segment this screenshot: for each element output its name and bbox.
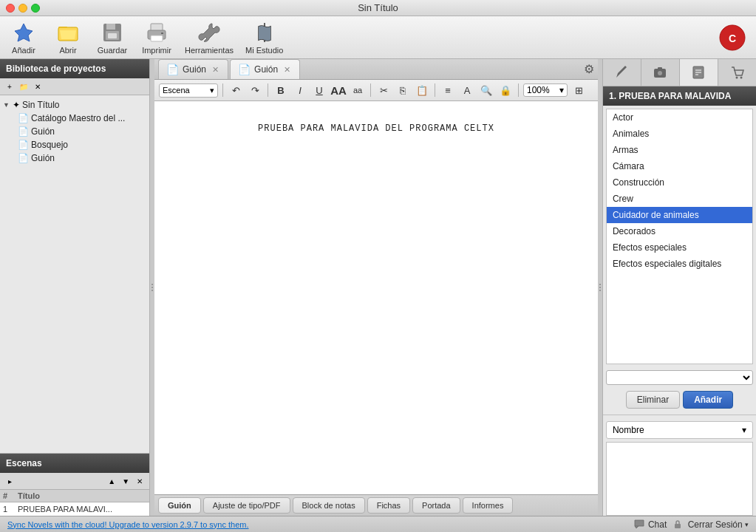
tools-toolbar-item[interactable]: Herramientas [185, 21, 234, 55]
bold-btn[interactable]: B [273, 82, 289, 98]
tools-icon [197, 21, 221, 44]
rp-item-efectos-digitales[interactable]: Efectos especiales digitales [607, 256, 752, 272]
scenes-remove-btn[interactable]: ✕ [134, 475, 146, 487]
sidebar-remove-btn[interactable]: ✕ [32, 81, 44, 92]
tree-subtree: 📄 Catálogo Maestro del ... 📄 Guión 📄 Bos… [0, 112, 149, 165]
sidebar-folder-btn[interactable]: 📁 [18, 81, 30, 92]
font-size-large-btn[interactable]: AA [330, 82, 347, 98]
maximize-button[interactable] [31, 4, 40, 13]
tree-item-sketch[interactable]: 📄 Bosquejo [15, 138, 149, 151]
rp-item-actor[interactable]: Actor [607, 109, 752, 126]
tree-root[interactable]: ▼ ✦ Sin Título [0, 98, 149, 112]
save-toolbar-item[interactable]: Guardar [96, 21, 129, 55]
expand-btn[interactable]: ⊞ [571, 82, 587, 98]
zoom-box[interactable]: 100% ▾ [523, 83, 568, 97]
scenes-up-btn[interactable]: ▲ [106, 475, 118, 487]
tools-label: Herramientas [185, 46, 234, 55]
format-sep-2 [268, 83, 268, 97]
scene-type-select[interactable]: Escena ▾ [159, 83, 218, 98]
rp-add-btn[interactable]: Añadir [683, 391, 733, 409]
rp-item-crew[interactable]: Crew [607, 191, 752, 207]
add-label: Añadir [12, 46, 35, 55]
redo-btn[interactable]: ↷ [247, 82, 263, 98]
format-sep-5 [518, 83, 519, 97]
rp-category-dropdown[interactable] [606, 370, 753, 385]
close-button[interactable] [6, 4, 15, 13]
rp-delete-btn[interactable]: Eliminar [626, 391, 680, 409]
sidebar-add-btn[interactable]: + [4, 81, 16, 92]
resize-dots [151, 284, 153, 291]
rp-name-header[interactable]: Nombre ▾ [606, 421, 753, 439]
right-panel-tabs [603, 59, 756, 86]
svg-point-16 [658, 71, 662, 75]
font-btn[interactable]: A [459, 82, 475, 98]
tree-item-catalog[interactable]: 📄 Catálogo Maestro del ... [15, 112, 149, 125]
open-toolbar-item[interactable]: Abrir [52, 21, 84, 55]
tree-item-script1[interactable]: 📄 Guión [15, 125, 149, 138]
minimize-button[interactable] [18, 4, 27, 13]
bottom-tab-informes[interactable]: Informes [463, 497, 514, 514]
add-toolbar-item[interactable]: Añadir [7, 21, 40, 55]
tab-1[interactable]: 📄 Guión ✕ [230, 59, 300, 79]
open-label: Abrir [59, 46, 76, 55]
print-toolbar-item[interactable]: Imprimir [140, 21, 173, 55]
copy-btn[interactable]: ⎘ [395, 82, 411, 98]
tab-0-close[interactable]: ✕ [210, 64, 220, 75]
bottom-tab-block[interactable]: Block de notas [293, 497, 365, 514]
script-text: PRUEBA PARA MALAVIDA DEL PROGRAMA CELTX [169, 123, 583, 134]
print-icon [145, 21, 168, 44]
tab-1-close[interactable]: ✕ [282, 64, 292, 75]
bottom-tab-guion[interactable]: Guión [158, 497, 201, 514]
format-sep-3 [370, 83, 371, 97]
rp-tab-cart[interactable] [718, 59, 756, 86]
bottom-tab-ajuste[interactable]: Ajuste de tipo/PDF [203, 497, 290, 514]
studio-toolbar-item[interactable]: Mi Estudio [245, 21, 283, 55]
format-sep-1 [222, 83, 223, 97]
rp-item-camara[interactable]: Cámara [607, 158, 752, 174]
tab-0[interactable]: 📄 Guión ✕ [158, 59, 228, 79]
undo-btn[interactable]: ↶ [228, 82, 244, 98]
search-btn[interactable]: 🔍 [478, 82, 494, 98]
cut-btn[interactable]: ✂ [375, 82, 392, 98]
chat-button[interactable]: Chat [633, 519, 667, 531]
script-content[interactable]: PRUEBA PARA MALAVIDA DEL PROGRAMA CELTX [154, 101, 598, 494]
scenes-add-btn[interactable]: ▸ [4, 475, 16, 487]
align-btn[interactable]: ≡ [440, 82, 456, 98]
studio-icon [253, 21, 276, 44]
rp-item-animales[interactable]: Animales [607, 126, 752, 142]
svg-rect-7 [108, 33, 117, 38]
rp-item-cuidador[interactable]: Cuidador de animales [607, 207, 752, 223]
rp-item-efectos[interactable]: Efectos especiales [607, 239, 752, 256]
sidebar: Biblioteca de proyectos + 📁 ✕ ▼ ✦ Sin Tí… [0, 59, 150, 516]
lock-btn[interactable]: 🔒 [497, 82, 514, 98]
scene-row[interactable]: 1 PRUEBA PARA MALAVI... [0, 502, 149, 516]
celtx-logo-item: C [716, 24, 749, 51]
resize-dots-right [599, 284, 601, 291]
font-size-small-btn[interactable]: aa [350, 82, 366, 98]
bottom-tab-fichas[interactable]: Fichas [367, 497, 410, 514]
rp-item-armas[interactable]: Armas [607, 142, 752, 158]
paste-btn[interactable]: 📋 [414, 82, 430, 98]
tree-item-script2[interactable]: 📄 Guión [15, 151, 149, 165]
window-title: Sin Título [358, 2, 398, 13]
svg-marker-0 [15, 24, 33, 41]
session-button[interactable]: Cerrar Sesión ▾ [672, 519, 749, 530]
scenes-down-btn[interactable]: ▼ [120, 475, 132, 487]
main-layout: Biblioteca de proyectos + 📁 ✕ ▼ ✦ Sin Tí… [0, 59, 756, 516]
rp-tab-pen[interactable] [603, 59, 641, 86]
rp-tab-document[interactable] [680, 59, 718, 86]
editor-area: 📄 Guión ✕ 📄 Guión ✕ ⚙ Escena ▾ ↶ ↷ B I U [154, 59, 598, 516]
bottom-tab-portada[interactable]: Portada [412, 497, 460, 514]
rp-name-chevron: ▾ [742, 425, 746, 435]
sync-link[interactable]: Sync Novels with the cloud! Upgrade to v… [7, 520, 249, 529]
sidebar-header: Biblioteca de proyectos [0, 59, 149, 78]
italic-btn[interactable]: I [292, 82, 308, 98]
print-label: Imprimir [142, 46, 171, 55]
tab-0-label: Guión [183, 64, 206, 75]
rp-tab-camera[interactable] [641, 59, 680, 86]
underline-btn[interactable]: U [311, 82, 327, 98]
rp-item-decorados[interactable]: Decorados [607, 223, 752, 239]
tab-settings-btn[interactable]: ⚙ [584, 62, 594, 76]
rp-item-construccion[interactable]: Construcción [607, 174, 752, 191]
rp-dropdown-row [603, 367, 756, 388]
